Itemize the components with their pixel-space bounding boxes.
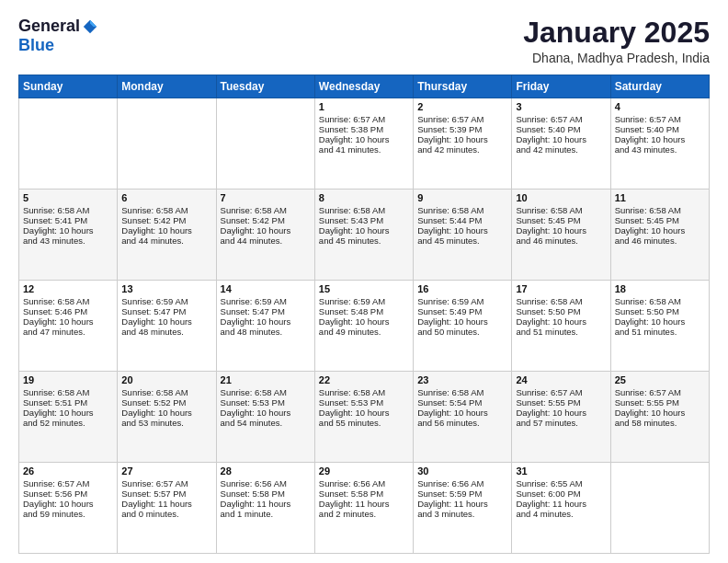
day-info: Sunset: 5:52 PM — [121, 397, 211, 408]
day-info: Sunrise: 6:57 AM — [319, 114, 409, 124]
day-info: Sunrise: 6:57 AM — [121, 478, 211, 488]
day-info: Sunset: 5:42 PM — [221, 215, 311, 225]
day-number: 15 — [319, 283, 409, 294]
day-info: Daylight: 11 hours — [121, 499, 211, 509]
logo: General Blue — [18, 17, 98, 55]
day-info: Daylight: 10 hours — [615, 225, 705, 236]
day-info: and 3 minutes. — [417, 509, 507, 519]
table-row: 21Sunrise: 6:58 AMSunset: 5:53 PMDayligh… — [216, 372, 314, 463]
day-number: 5 — [23, 192, 113, 203]
table-row: 23Sunrise: 6:58 AMSunset: 5:54 PMDayligh… — [414, 372, 512, 463]
day-info: and 58 minutes. — [615, 418, 705, 428]
table-row: 27Sunrise: 6:57 AMSunset: 5:57 PMDayligh… — [118, 463, 216, 554]
table-row: 1Sunrise: 6:57 AMSunset: 5:38 PMDaylight… — [314, 98, 413, 190]
col-thursday: Thursday — [414, 75, 512, 98]
day-info: Sunset: 5:43 PM — [319, 215, 409, 225]
table-row: 30Sunrise: 6:56 AMSunset: 5:59 PMDayligh… — [414, 463, 512, 554]
day-info: and 45 minutes. — [319, 236, 409, 246]
day-info: and 45 minutes. — [417, 236, 507, 246]
col-friday: Friday — [512, 75, 610, 98]
day-info: Sunrise: 6:56 AM — [319, 478, 409, 488]
day-info: and 43 minutes. — [23, 236, 113, 246]
day-info: and 4 minutes. — [516, 509, 606, 519]
table-row: 22Sunrise: 6:58 AMSunset: 5:53 PMDayligh… — [314, 372, 413, 463]
day-info: and 41 minutes. — [319, 144, 409, 155]
day-number: 21 — [221, 374, 311, 385]
day-info: and 46 minutes. — [516, 236, 606, 246]
day-info: Sunset: 5:42 PM — [121, 215, 211, 225]
day-number: 2 — [417, 101, 507, 112]
day-number: 28 — [221, 465, 311, 477]
day-number: 31 — [516, 465, 606, 477]
table-row: 11Sunrise: 6:58 AMSunset: 5:45 PMDayligh… — [610, 190, 709, 281]
calendar-week-row: 26Sunrise: 6:57 AMSunset: 5:56 PMDayligh… — [19, 463, 710, 554]
day-number: 17 — [516, 283, 606, 294]
day-number: 10 — [516, 192, 606, 203]
day-info: Sunrise: 6:58 AM — [417, 205, 507, 215]
day-info: Sunrise: 6:58 AM — [615, 296, 705, 306]
day-number: 27 — [121, 465, 211, 477]
day-info: and 48 minutes. — [121, 327, 211, 337]
day-info: Sunrise: 6:59 AM — [121, 296, 211, 306]
day-info: Sunrise: 6:58 AM — [121, 387, 211, 397]
day-info: Sunset: 5:53 PM — [319, 397, 409, 408]
day-info: Sunset: 5:46 PM — [23, 306, 113, 316]
day-info: and 52 minutes. — [23, 418, 113, 428]
col-sunday: Sunday — [19, 75, 118, 98]
day-info: Sunrise: 6:58 AM — [516, 296, 606, 306]
table-row: 5Sunrise: 6:58 AMSunset: 5:41 PMDaylight… — [19, 190, 118, 281]
day-info: Sunset: 5:54 PM — [417, 397, 507, 408]
day-info: Sunrise: 6:59 AM — [319, 296, 409, 306]
table-row: 7Sunrise: 6:58 AMSunset: 5:42 PMDaylight… — [216, 190, 314, 281]
calendar-header-row: Sunday Monday Tuesday Wednesday Thursday… — [19, 75, 710, 98]
day-info: Daylight: 10 hours — [23, 316, 113, 327]
day-info: Sunset: 5:57 PM — [121, 488, 211, 499]
day-info: Sunrise: 6:58 AM — [516, 205, 606, 215]
day-info: Sunset: 5:47 PM — [221, 306, 311, 316]
day-number: 14 — [221, 283, 311, 294]
day-info: Daylight: 10 hours — [615, 316, 705, 327]
logo-general-text: General — [18, 17, 80, 36]
day-info: Sunrise: 6:58 AM — [23, 387, 113, 397]
day-info: Daylight: 10 hours — [615, 408, 705, 418]
day-info: Sunset: 5:50 PM — [615, 306, 705, 316]
day-info: Sunrise: 6:58 AM — [23, 205, 113, 215]
day-info: Daylight: 10 hours — [417, 225, 507, 236]
day-info: Daylight: 10 hours — [221, 225, 311, 236]
day-info: and 44 minutes. — [221, 236, 311, 246]
day-info: Sunrise: 6:56 AM — [417, 478, 507, 488]
day-info: Daylight: 10 hours — [417, 134, 507, 144]
day-info: and 56 minutes. — [417, 418, 507, 428]
day-number: 8 — [319, 192, 409, 203]
title-block: January 2025 Dhana, Madhya Pradesh, Indi… — [523, 17, 710, 65]
day-info: Sunrise: 6:56 AM — [221, 478, 311, 488]
table-row: 26Sunrise: 6:57 AMSunset: 5:56 PMDayligh… — [19, 463, 118, 554]
day-info: Daylight: 10 hours — [319, 225, 409, 236]
day-info: Sunset: 5:45 PM — [516, 215, 606, 225]
table-row: 28Sunrise: 6:56 AMSunset: 5:58 PMDayligh… — [216, 463, 314, 554]
table-row: 8Sunrise: 6:58 AMSunset: 5:43 PMDaylight… — [314, 190, 413, 281]
calendar-table: Sunday Monday Tuesday Wednesday Thursday… — [18, 75, 710, 554]
day-info: Sunrise: 6:58 AM — [615, 205, 705, 215]
day-number: 29 — [319, 465, 409, 477]
day-number: 3 — [516, 101, 606, 112]
day-info: Sunset: 5:51 PM — [23, 397, 113, 408]
day-info: Daylight: 10 hours — [417, 408, 507, 418]
day-info: Daylight: 10 hours — [516, 134, 606, 144]
day-info: Sunset: 5:53 PM — [221, 397, 311, 408]
day-number: 4 — [615, 101, 705, 112]
day-info: Sunrise: 6:58 AM — [121, 205, 211, 215]
table-row: 10Sunrise: 6:58 AMSunset: 5:45 PMDayligh… — [512, 190, 610, 281]
table-row — [118, 98, 216, 190]
day-info: Sunrise: 6:57 AM — [516, 387, 606, 397]
day-info: and 55 minutes. — [319, 418, 409, 428]
day-number: 9 — [417, 192, 507, 203]
day-number: 7 — [221, 192, 311, 203]
table-row — [19, 98, 118, 190]
month-title: January 2025 — [523, 17, 710, 49]
day-info: and 1 minute. — [221, 509, 311, 519]
day-info: and 54 minutes. — [221, 418, 311, 428]
day-info: Daylight: 10 hours — [319, 316, 409, 327]
day-number: 24 — [516, 374, 606, 385]
day-info: and 42 minutes. — [516, 144, 606, 155]
